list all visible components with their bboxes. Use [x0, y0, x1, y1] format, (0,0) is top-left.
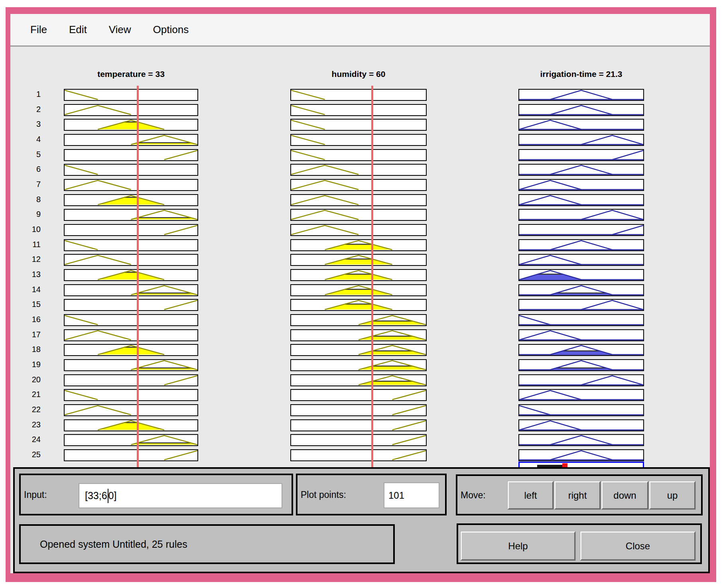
- rule-7-humidity-plot[interactable]: [290, 179, 427, 191]
- rule-25-irrigation-time-plot: [518, 449, 644, 461]
- rule-11-temperature-plot[interactable]: [64, 239, 198, 251]
- rule-23-irrigation-time-plot: [518, 419, 644, 431]
- menu-bar: File Edit View Options: [10, 14, 710, 47]
- rule-23-temperature-plot[interactable]: [64, 419, 198, 431]
- rule-10-temperature-plot[interactable]: [64, 224, 198, 236]
- rule-4-humidity-plot[interactable]: [290, 134, 427, 146]
- rule-10-humidity-plot[interactable]: [290, 224, 427, 236]
- rule-23-humidity-plot[interactable]: [290, 419, 427, 431]
- rule-9-temperature-plot[interactable]: [64, 209, 198, 221]
- rule-17-irrigation-time-plot: [518, 329, 644, 341]
- move-down-button[interactable]: down: [601, 481, 648, 509]
- input-group: Input: [33;6 0]: [19, 474, 293, 515]
- rule-number: 25: [18, 450, 41, 459]
- rule-19-irrigation-time-plot: [518, 359, 644, 371]
- input-cursor-temperature[interactable]: [137, 86, 139, 467]
- rule-number: 2: [18, 105, 41, 114]
- close-button[interactable]: Close: [580, 531, 695, 560]
- input-text-before-caret: [33;6: [85, 490, 107, 501]
- rule-number: 1: [18, 90, 41, 99]
- rule-number: 20: [18, 375, 41, 384]
- defuzzified-value-marker: [562, 463, 567, 467]
- rule-number: 22: [18, 405, 41, 414]
- input-text-after-caret: 0]: [108, 490, 117, 501]
- move-right-button[interactable]: right: [554, 481, 601, 509]
- rule-3-irrigation-time-plot: [518, 119, 644, 131]
- rule-21-humidity-plot[interactable]: [290, 389, 427, 401]
- window-frame: File Edit View Options temperature = 33 …: [6, 7, 716, 582]
- menu-item-options[interactable]: Options: [153, 24, 189, 36]
- rule-8-humidity-plot[interactable]: [290, 194, 427, 206]
- input-cursor-humidity[interactable]: [371, 86, 373, 467]
- move-up-button[interactable]: up: [649, 481, 695, 509]
- status-box: Opened system Untitled, 25 rules: [19, 524, 395, 564]
- rule-20-temperature-plot[interactable]: [64, 374, 198, 386]
- rule-number: 19: [18, 360, 41, 369]
- rule-19-humidity-plot[interactable]: [290, 359, 427, 371]
- rule-16-temperature-plot[interactable]: [64, 314, 198, 326]
- rule-15-humidity-plot[interactable]: [290, 299, 427, 311]
- rule-number: 18: [18, 345, 41, 354]
- rule-1-irrigation-time-plot: [518, 89, 644, 101]
- move-label: Move:: [461, 490, 486, 500]
- rule-21-temperature-plot[interactable]: [64, 389, 198, 401]
- plot-points-field[interactable]: 101: [384, 482, 439, 508]
- rule-5-humidity-plot[interactable]: [290, 149, 427, 161]
- rule-number: 6: [18, 165, 41, 174]
- rule-18-temperature-plot[interactable]: [64, 344, 198, 356]
- rule-5-temperature-plot[interactable]: [64, 149, 198, 161]
- rule-12-humidity-plot[interactable]: [290, 254, 427, 266]
- rule-4-temperature-plot[interactable]: [64, 134, 198, 146]
- rule-number: 23: [18, 420, 41, 429]
- rule-12-temperature-plot[interactable]: [64, 254, 198, 266]
- rule-25-humidity-plot[interactable]: [290, 449, 427, 461]
- rule-24-humidity-plot[interactable]: [290, 434, 427, 446]
- rule-number: 10: [18, 225, 41, 234]
- rule-18-humidity-plot[interactable]: [290, 344, 427, 356]
- rule-number: 7: [18, 180, 41, 189]
- rule-7-temperature-plot[interactable]: [64, 179, 198, 191]
- rule-number: 4: [18, 135, 41, 144]
- rule-2-temperature-plot[interactable]: [64, 104, 198, 116]
- rule-9-humidity-plot[interactable]: [290, 209, 427, 221]
- rule-1-humidity-plot[interactable]: [290, 89, 427, 101]
- rule-1-temperature-plot[interactable]: [64, 89, 198, 101]
- rule-15-temperature-plot[interactable]: [64, 299, 198, 311]
- help-button[interactable]: Help: [461, 531, 575, 560]
- rule-18-irrigation-time-plot: [518, 344, 644, 356]
- rule-24-temperature-plot[interactable]: [64, 434, 198, 446]
- rule-3-humidity-plot[interactable]: [290, 119, 427, 131]
- rule-11-humidity-plot[interactable]: [290, 239, 427, 251]
- rule-17-temperature-plot[interactable]: [64, 329, 198, 341]
- input-field[interactable]: [33;6 0]: [79, 483, 282, 508]
- move-left-button[interactable]: left: [508, 481, 554, 509]
- rule-25-temperature-plot[interactable]: [64, 449, 198, 461]
- rule-19-temperature-plot[interactable]: [64, 359, 198, 371]
- rule-17-humidity-plot[interactable]: [290, 329, 427, 341]
- rule-3-temperature-plot[interactable]: [64, 119, 198, 131]
- rule-22-temperature-plot[interactable]: [64, 404, 198, 416]
- rule-13-humidity-plot[interactable]: [290, 269, 427, 281]
- status-text: Opened system Untitled, 25 rules: [40, 539, 187, 550]
- aggregate-output-plot: [518, 462, 644, 467]
- rule-2-humidity-plot[interactable]: [290, 104, 427, 116]
- plot-points-group: Plot points: 101: [296, 474, 447, 515]
- rule-6-humidity-plot[interactable]: [290, 164, 427, 176]
- menu-item-view[interactable]: View: [109, 24, 131, 36]
- rule-22-humidity-plot[interactable]: [290, 404, 427, 416]
- rule-20-humidity-plot[interactable]: [290, 374, 427, 386]
- rule-8-temperature-plot[interactable]: [64, 194, 198, 206]
- rule-15-irrigation-time-plot: [518, 299, 644, 311]
- rule-14-humidity-plot[interactable]: [290, 284, 427, 296]
- rule-number: 8: [18, 195, 41, 204]
- rule-6-temperature-plot[interactable]: [64, 164, 198, 176]
- menu-item-edit[interactable]: Edit: [69, 24, 87, 36]
- help-close-group: Help Close: [457, 523, 702, 564]
- rule-number: 11: [18, 240, 41, 249]
- rule-13-temperature-plot[interactable]: [64, 269, 198, 281]
- menu-item-file[interactable]: File: [30, 24, 47, 36]
- rule-number: 3: [18, 120, 41, 129]
- rule-16-humidity-plot[interactable]: [290, 314, 427, 326]
- rule-14-temperature-plot[interactable]: [64, 284, 198, 296]
- rule-7-irrigation-time-plot: [518, 179, 644, 191]
